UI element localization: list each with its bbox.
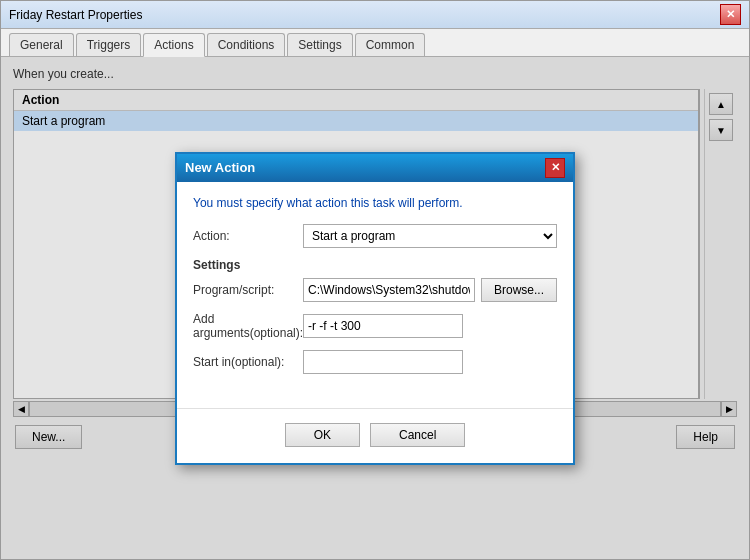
program-script-label: Program/script:: [193, 283, 303, 297]
action-control: Start a program Send an e-mail Display a…: [303, 224, 557, 248]
add-arguments-row: Add arguments(optional):: [193, 312, 557, 340]
dialog-body: You must specify what action this task w…: [177, 182, 573, 398]
tab-bar: General Triggers Actions Conditions Sett…: [1, 29, 749, 57]
dialog-footer: OK Cancel: [177, 408, 573, 463]
dialog-title: New Action: [185, 160, 255, 175]
start-in-input[interactable]: [303, 350, 463, 374]
program-script-row: Program/script: Browse...: [193, 278, 557, 302]
tab-triggers[interactable]: Triggers: [76, 33, 142, 56]
window-title: Friday Restart Properties: [9, 8, 142, 22]
action-row: Action: Start a program Send an e-mail D…: [193, 224, 557, 248]
action-select[interactable]: Start a program Send an e-mail Display a…: [303, 224, 557, 248]
action-label: Action:: [193, 229, 303, 243]
program-script-control: Browse...: [303, 278, 557, 302]
tab-actions[interactable]: Actions: [143, 33, 204, 57]
program-script-input[interactable]: [303, 278, 475, 302]
start-in-label: Start in(optional):: [193, 355, 303, 369]
main-window: Friday Restart Properties ✕ General Trig…: [0, 0, 750, 560]
add-arguments-label: Add arguments(optional):: [193, 312, 303, 340]
dialog-title-bar: New Action ✕: [177, 154, 573, 182]
start-in-control: [303, 350, 557, 374]
tab-settings[interactable]: Settings: [287, 33, 352, 56]
dialog-overlay: New Action ✕ You must specify what actio…: [1, 57, 749, 559]
tab-conditions[interactable]: Conditions: [207, 33, 286, 56]
dialog-instruction: You must specify what action this task w…: [193, 196, 557, 210]
main-content: When you create... Action Start a progra…: [1, 57, 749, 559]
start-in-row: Start in(optional):: [193, 350, 557, 374]
window-close-button[interactable]: ✕: [720, 4, 741, 25]
title-bar: Friday Restart Properties ✕: [1, 1, 749, 29]
settings-group: Settings Program/script: Browse... Add a…: [193, 258, 557, 374]
add-arguments-input[interactable]: [303, 314, 463, 338]
dialog-close-button[interactable]: ✕: [545, 158, 565, 178]
browse-button[interactable]: Browse...: [481, 278, 557, 302]
cancel-button[interactable]: Cancel: [370, 423, 465, 447]
tab-general[interactable]: General: [9, 33, 74, 56]
new-action-dialog: New Action ✕ You must specify what actio…: [175, 152, 575, 465]
add-arguments-control: [303, 314, 557, 338]
tab-common[interactable]: Common: [355, 33, 426, 56]
settings-label: Settings: [193, 258, 557, 272]
ok-button[interactable]: OK: [285, 423, 360, 447]
